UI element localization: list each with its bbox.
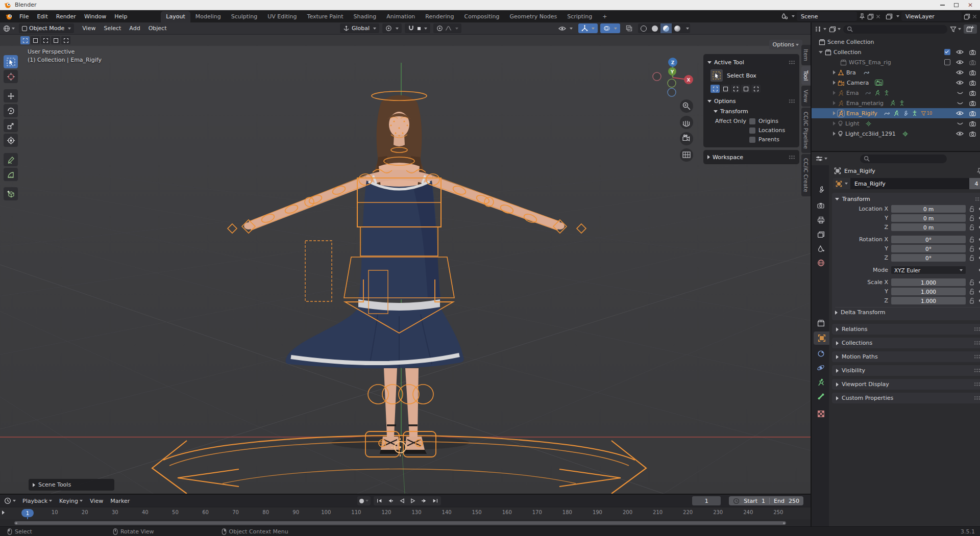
tool-annotate[interactable] — [4, 153, 18, 166]
active-tool-row[interactable]: Select Box — [710, 69, 795, 82]
transform-orientation-dropdown[interactable]: Global — [340, 23, 379, 33]
tab-item[interactable]: Item — [801, 45, 811, 65]
drag-dots-icon[interactable] — [974, 368, 980, 373]
lock-icon[interactable] — [969, 206, 975, 212]
axis-neg-z[interactable] — [668, 88, 676, 96]
active-tool-panel-header[interactable]: Active Tool — [707, 57, 795, 67]
drag-dots-icon[interactable] — [974, 382, 980, 387]
rotation-z-value[interactable]: 0° — [891, 254, 966, 262]
frame-tick[interactable]: 240 — [743, 509, 753, 515]
select-mode-invert[interactable] — [741, 85, 750, 93]
gizmos-toggle[interactable] — [578, 23, 598, 33]
drag-dots-icon[interactable] — [789, 155, 795, 160]
frame-tick[interactable]: 130 — [411, 509, 421, 515]
shading-rendered-button[interactable] — [672, 23, 683, 33]
location-y-value[interactable]: 0 m — [891, 214, 966, 222]
playback-menu[interactable]: Playback — [19, 498, 56, 504]
pin-icon[interactable] — [859, 13, 865, 20]
orthographic-toggle-button[interactable] — [680, 148, 693, 162]
tab-view[interactable]: View — [801, 86, 811, 107]
hidden-eye-icon[interactable] — [957, 91, 964, 95]
proportional-editing-toggle[interactable] — [433, 23, 461, 33]
select-mode-set[interactable] — [710, 85, 720, 93]
outliner-search-input[interactable] — [843, 25, 947, 34]
frame-tick[interactable]: 250 — [773, 509, 783, 515]
frame-tick[interactable]: 120 — [381, 509, 391, 515]
select-mode-intersect[interactable] — [751, 85, 761, 93]
select-mode-invert[interactable] — [51, 36, 60, 44]
expand-icon[interactable] — [833, 101, 836, 105]
locations-checkbox[interactable] — [749, 127, 755, 134]
outliner-row-bra[interactable]: Bra — [812, 67, 980, 78]
next-keyframe-button[interactable] — [419, 496, 430, 505]
new-collection-button[interactable] — [964, 24, 977, 34]
motion-paths-panel[interactable]: Motion Paths — [832, 351, 980, 362]
editor-type-icon[interactable] — [3, 25, 15, 32]
options-popover-button[interactable]: Options — [769, 40, 802, 49]
tab-texture-paint[interactable]: Texture Paint — [302, 11, 349, 22]
lock-icon[interactable] — [969, 215, 975, 221]
lock-icon[interactable] — [969, 236, 975, 243]
expand-icon[interactable] — [833, 91, 836, 95]
frame-tick[interactable]: 90 — [292, 509, 299, 515]
tab-compositing[interactable]: Compositing — [459, 11, 505, 22]
frame-tick[interactable]: 180 — [562, 509, 572, 515]
hide-eye-icon[interactable] — [956, 60, 964, 65]
lock-icon[interactable] — [969, 297, 975, 304]
camera-view-button[interactable] — [680, 132, 693, 145]
render-camera-icon[interactable] — [969, 70, 976, 75]
auto-range-clock-icon[interactable] — [733, 498, 740, 504]
origins-checkbox[interactable] — [749, 118, 755, 124]
jump-to-start-button[interactable] — [374, 496, 385, 505]
frame-tick[interactable]: 100 — [321, 509, 331, 515]
outliner-row-ema-metarig[interactable]: Ema_metarig — [812, 98, 980, 108]
drag-dots-icon[interactable] — [974, 327, 980, 331]
tool-cursor[interactable] — [4, 70, 18, 83]
frame-tick[interactable]: 10 — [52, 509, 58, 515]
blender-menu-icon[interactable] — [5, 12, 13, 20]
frame-tick[interactable]: 170 — [532, 509, 542, 515]
select-mode-set[interactable] — [20, 36, 30, 44]
drag-dots-icon[interactable] — [975, 197, 980, 201]
frame-tick[interactable]: 230 — [713, 509, 723, 515]
menu-edit[interactable]: Edit — [33, 13, 52, 20]
xray-toggle[interactable] — [623, 23, 635, 33]
unlink-icon[interactable] — [876, 14, 880, 19]
tab-tool[interactable]: Tool — [801, 66, 811, 85]
output-properties-tab[interactable] — [813, 213, 828, 226]
outliner-row-ema-rigify[interactable]: Ema_Rigify 10 — [812, 108, 980, 118]
timeline-view-menu[interactable]: View — [86, 498, 107, 504]
minimize-icon[interactable] — [940, 5, 945, 6]
timeline-editor-icon[interactable] — [4, 497, 16, 504]
viewport-menu-object[interactable]: Object — [144, 25, 171, 32]
drag-dots-icon[interactable] — [789, 99, 795, 104]
lock-icon[interactable] — [969, 224, 975, 231]
play-button[interactable] — [407, 496, 419, 505]
marker-menu[interactable]: Marker — [107, 498, 133, 504]
pin-icon[interactable] — [976, 168, 980, 174]
frame-tick[interactable]: 150 — [472, 509, 482, 515]
hidden-eye-icon[interactable] — [957, 101, 964, 106]
view-layer-selector[interactable]: ViewLayer — [886, 12, 977, 21]
zoom-button[interactable] — [680, 99, 693, 113]
menu-file[interactable]: File — [15, 13, 33, 20]
menu-window[interactable]: Window — [80, 13, 110, 20]
pivot-point-dropdown[interactable] — [382, 23, 402, 33]
tool-measure[interactable] — [4, 168, 18, 181]
scene-selector[interactable]: Scene — [781, 12, 880, 21]
frame-tick[interactable]: 110 — [351, 509, 361, 515]
delta-transform-panel[interactable]: Delta Transform — [835, 307, 980, 317]
play-reverse-button[interactable] — [396, 496, 407, 505]
expand-icon[interactable] — [833, 81, 836, 85]
snap-toggle[interactable] — [405, 23, 430, 33]
render-camera-icon[interactable] — [969, 90, 976, 96]
shading-wireframe-button[interactable] — [638, 23, 649, 33]
frame-tick[interactable]: 220 — [683, 509, 693, 515]
copy-icon[interactable] — [867, 13, 874, 20]
menu-help[interactable]: Help — [110, 13, 131, 20]
constraints-properties-tab[interactable] — [813, 347, 828, 360]
maximize-icon[interactable] — [954, 3, 959, 7]
options-section-header[interactable]: Options — [707, 96, 795, 106]
outliner-row-camera[interactable]: Camera — [812, 78, 980, 88]
expand-icon[interactable] — [833, 70, 836, 74]
